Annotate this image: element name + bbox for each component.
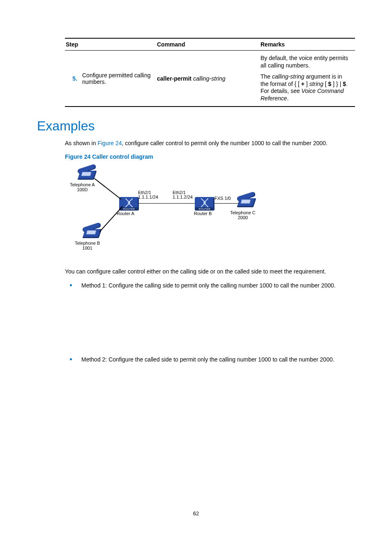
remarks-cell: By default, the voice entity permits all… [260, 51, 355, 107]
method-1: Method 1: Configure the calling side to … [76, 281, 355, 290]
wire [99, 206, 122, 232]
step-desc: Configure permitted calling numbers. [81, 51, 156, 107]
telephone-c-label: Telephone C2000 [230, 210, 256, 220]
eth-b-label: Eth2/11.1.1.2/24 [173, 190, 193, 200]
router-a-label: Router A [117, 211, 134, 216]
telephone-c-icon [237, 194, 256, 208]
th-command: Command [156, 39, 260, 51]
page-number: 62 [0, 510, 392, 517]
step-number: 5. [65, 51, 81, 107]
telephone-a-icon [77, 167, 96, 181]
config-table: Step Command Remarks 5. Configure permit… [65, 38, 355, 107]
fxs-label: FXS 1/0 [214, 196, 231, 201]
section-heading: Examples [37, 118, 355, 134]
remarks-default: By default, the voice entity permits all… [261, 55, 351, 69]
follow-paragraph: You can configure caller control either … [65, 268, 355, 276]
figure-caption: Figure 24 Caller control diagram [65, 153, 355, 160]
network-diagram: Telephone A100D Telephone B1001 Telephon… [65, 163, 270, 258]
method-2: Method 2: Configure the called side to p… [76, 355, 355, 364]
eth-a-label: Eth2/11.1.1.1/24 [138, 190, 158, 200]
table-row: 5. Configure permitted calling numbers. … [65, 51, 355, 107]
router-b-icon: ROUTER [195, 197, 214, 209]
intro-paragraph: As shown in Figure 24, configure caller … [65, 139, 355, 148]
router-b-label: Router B [194, 211, 212, 216]
th-remarks: Remarks [260, 39, 355, 51]
command-arg: calling-string [193, 75, 226, 82]
th-step: Step [65, 39, 156, 51]
figure-link[interactable]: Figure 24 [97, 140, 122, 146]
telephone-b-icon [82, 225, 101, 239]
telephone-b-label: Telephone B1001 [75, 241, 100, 250]
wire [95, 178, 122, 199]
wire [139, 203, 195, 204]
command-cell: caller-permit calling-string [156, 51, 260, 107]
command-keyword: caller-permit [157, 75, 191, 82]
telephone-a-label: Telephone A100D [70, 182, 95, 192]
remarks-format: The calling-string argument is in the fo… [261, 73, 351, 102]
router-a-icon: ROUTER [119, 197, 139, 209]
wire [214, 203, 238, 204]
